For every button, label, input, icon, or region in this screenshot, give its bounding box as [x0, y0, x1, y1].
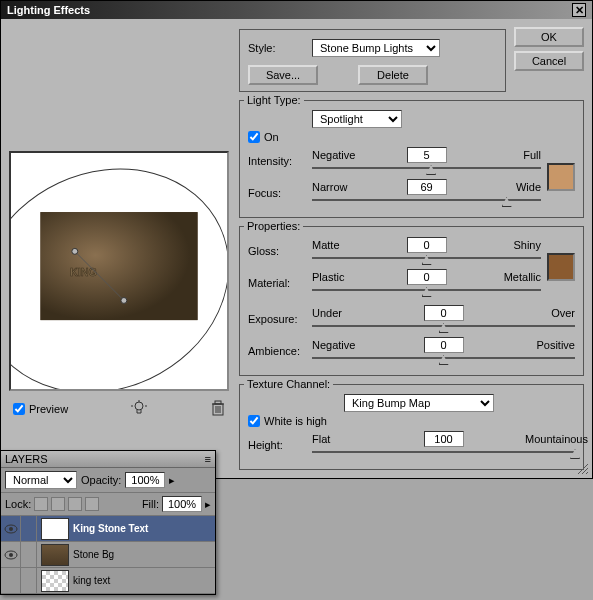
ambience-low: Negative — [312, 339, 362, 351]
on-check-input[interactable] — [248, 131, 260, 143]
material-label: Material: — [248, 277, 306, 289]
layer-item[interactable]: king text — [1, 568, 215, 594]
height-low: Flat — [312, 433, 362, 445]
intensity-input[interactable] — [407, 147, 447, 163]
gloss-label: Gloss: — [248, 245, 306, 257]
svg-point-23 — [9, 553, 13, 557]
height-label: Height: — [248, 439, 306, 451]
layer-name: king text — [73, 575, 110, 586]
svg-rect-16 — [215, 401, 221, 404]
white-high-checkbox[interactable]: White is high — [248, 415, 575, 427]
ambience-high: Positive — [525, 339, 575, 351]
focus-slider[interactable] — [312, 197, 541, 207]
exposure-label: Exposure: — [248, 313, 306, 325]
ambience-slider[interactable] — [312, 355, 575, 365]
layer-item[interactable]: Stone Bg — [1, 542, 215, 568]
on-checkbox[interactable]: On — [248, 131, 575, 143]
gloss-input[interactable] — [407, 237, 447, 253]
visibility-toggle[interactable] — [1, 516, 21, 541]
lightbulb-icon[interactable] — [130, 399, 148, 419]
visibility-toggle[interactable] — [1, 542, 21, 567]
material-slider[interactable] — [312, 287, 541, 297]
texture-group: Texture Channel: King Bump Map White is … — [239, 384, 584, 470]
material-input[interactable] — [407, 269, 447, 285]
properties-group: Properties: Gloss: MatteShiny Material: — [239, 226, 584, 376]
material-high: Metallic — [491, 271, 541, 283]
gloss-low: Matte — [312, 239, 362, 251]
svg-text:KING: KING — [70, 266, 97, 278]
ambience-input[interactable] — [424, 337, 464, 353]
white-high-label: White is high — [264, 415, 327, 427]
opacity-arrow-icon[interactable]: ▸ — [169, 474, 175, 487]
material-low: Plastic — [312, 271, 362, 283]
svg-point-5 — [72, 248, 78, 254]
blend-mode-dropdown[interactable]: Normal — [5, 471, 77, 489]
light-type-label: Light Type: — [244, 94, 304, 106]
light-type-group: Light Type: Spotlight On Intensity: Nega… — [239, 100, 584, 218]
preview-check-input[interactable] — [13, 403, 25, 415]
close-icon[interactable]: ✕ — [572, 3, 586, 17]
style-dropdown[interactable]: Stone Bump Lights — [312, 39, 440, 57]
svg-point-6 — [121, 298, 127, 304]
layers-panel[interactable]: LAYERS ≡ Normal Opacity: ▸ Lock: Fill: ▸… — [0, 450, 216, 595]
panel-menu-icon[interactable]: ≡ — [193, 453, 211, 465]
gloss-slider[interactable] — [312, 255, 541, 265]
layer-name: Stone Bg — [73, 549, 114, 560]
delete-button[interactable]: Delete — [358, 65, 428, 85]
texture-legend: Texture Channel: — [244, 378, 333, 390]
layer-item[interactable]: King Stone Text — [1, 516, 215, 542]
light-color-swatch[interactable] — [547, 163, 575, 191]
layer-thumbnail — [41, 544, 69, 566]
height-slider[interactable] — [312, 449, 575, 459]
opacity-input[interactable] — [125, 472, 165, 488]
fill-label: Fill: — [142, 498, 159, 510]
focus-label: Focus: — [248, 187, 306, 199]
svg-rect-1 — [40, 212, 197, 320]
preview-area[interactable]: KING — [9, 151, 229, 391]
intensity-slider[interactable] — [312, 165, 541, 175]
preview-pane: KING Preview — [9, 27, 231, 470]
light-type-dropdown[interactable]: Spotlight — [312, 110, 402, 128]
trash-icon[interactable] — [209, 399, 227, 419]
style-label: Style: — [248, 42, 306, 54]
preview-label: Preview — [29, 403, 68, 415]
preview-checkbox[interactable]: Preview — [13, 403, 68, 415]
focus-input[interactable] — [407, 179, 447, 195]
ambience-label: Ambience: — [248, 345, 306, 357]
exposure-input[interactable] — [424, 305, 464, 321]
save-button[interactable]: Save... — [248, 65, 318, 85]
focus-low: Narrow — [312, 181, 362, 193]
visibility-toggle[interactable] — [1, 568, 21, 593]
fill-arrow-icon[interactable]: ▸ — [205, 498, 211, 511]
texture-channel-dropdown[interactable]: King Bump Map — [344, 394, 494, 412]
intensity-label: Intensity: — [248, 155, 306, 167]
height-input[interactable] — [424, 431, 464, 447]
properties-legend: Properties: — [244, 220, 303, 232]
dialog-title: Lighting Effects — [7, 4, 90, 16]
layer-thumbnail — [41, 518, 69, 540]
opacity-label: Opacity: — [81, 474, 121, 486]
layers-panel-title[interactable]: LAYERS ≡ — [1, 451, 215, 468]
exposure-slider[interactable] — [312, 323, 575, 333]
lighting-effects-dialog: Lighting Effects ✕ KING — [0, 0, 593, 479]
lock-pixel-icon[interactable] — [51, 497, 65, 511]
style-group: Style: Stone Bump Lights Save... Delete — [239, 29, 506, 92]
ok-button[interactable]: OK — [514, 27, 584, 47]
titlebar[interactable]: Lighting Effects ✕ — [1, 1, 592, 19]
lock-label: Lock: — [5, 498, 31, 510]
cancel-button[interactable]: Cancel — [514, 51, 584, 71]
intensity-low: Negative — [312, 149, 362, 161]
lock-position-icon[interactable] — [68, 497, 82, 511]
svg-point-7 — [135, 402, 143, 410]
lock-all-icon[interactable] — [85, 497, 99, 511]
material-color-swatch[interactable] — [547, 253, 575, 281]
resize-grip-icon[interactable] — [576, 462, 590, 476]
exposure-high: Over — [525, 307, 575, 319]
intensity-high: Full — [491, 149, 541, 161]
white-high-input[interactable] — [248, 415, 260, 427]
height-high: Mountainous — [525, 433, 575, 445]
svg-line-19 — [586, 472, 588, 474]
focus-high: Wide — [491, 181, 541, 193]
lock-transparency-icon[interactable] — [34, 497, 48, 511]
fill-input[interactable] — [162, 496, 202, 512]
